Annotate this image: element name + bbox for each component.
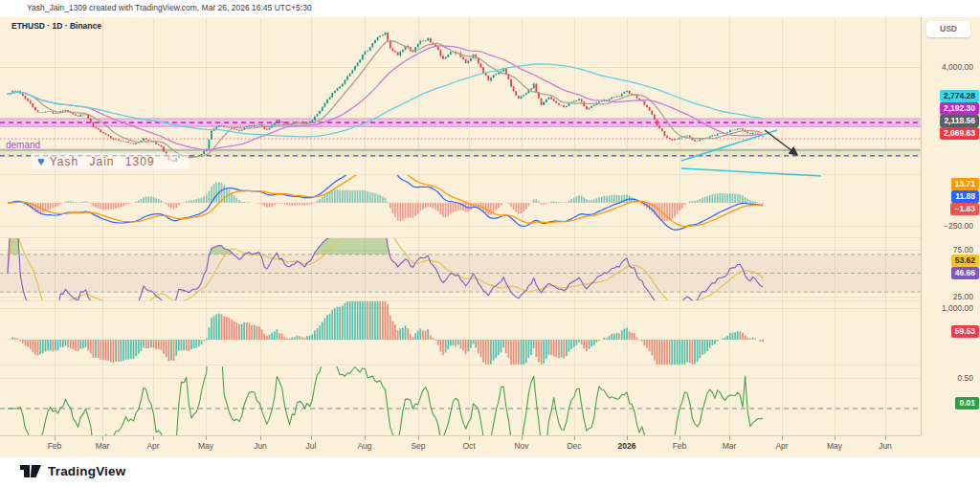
macd-hist-value-badge: −1.83 [950,203,979,215]
time-tick [365,436,366,440]
time-tick [885,436,886,440]
heart-icon: ♥ [37,154,45,168]
time-label: May [198,441,213,451]
time-label: Jun [254,441,267,451]
time-tick [311,436,312,440]
time-label: Apr [146,441,159,451]
macd-line-value-badge: 11.88 [951,190,979,203]
time-tick [153,436,154,440]
footer: TradingView [0,457,980,487]
time-tick [469,436,470,440]
ma-fast-price-badge: 2,118.56 [940,115,979,127]
roc-value-badge: 0.01 [955,397,979,410]
time-tick [782,436,783,440]
time-label: Apr [775,441,788,451]
time-tick [418,436,419,440]
axis-label: 4,000.00 [942,61,973,74]
time-label: May [827,441,842,451]
time-tick [206,436,207,440]
time-label: Mar [96,441,110,451]
time-label: Dec [567,441,581,451]
time-axis[interactable]: FebMarAprMayJunJulAugSepOctNovDec2026Feb… [0,435,921,458]
time-tick [679,436,680,440]
rsi-value-badge: 46.66 [951,267,979,279]
time-tick [260,436,261,440]
ma-mid-price-badge: 2,192.30 [940,102,979,115]
time-tick [729,436,730,440]
time-label: Oct [462,441,475,451]
time-tick [835,436,835,440]
time-tick [522,436,523,440]
time-tick [627,436,628,440]
alert-line-price-badge: 2,069.63 [940,127,979,140]
time-label: Feb [48,441,62,451]
tradingview-logo[interactable]: TradingView [19,461,125,480]
watermark-text: Yash Jain 1309 [50,155,155,168]
axis-label: 1,000.00 [942,302,973,315]
watermark: ♥ Yash Jain 1309 [32,153,189,169]
macd-histogram [7,182,764,221]
momentum-value-badge: 59.53 [951,325,979,338]
price-and-indicator-canvas[interactable] [0,17,921,435]
axis-label: −250.00 [944,220,973,232]
time-tick [55,436,56,440]
ma-slow-price-badge: 2,774.28 [940,90,979,102]
time-tick [102,436,103,440]
time-label: Nov [514,441,528,451]
export-titlebar: Yash_Jain_1309 created with TradingView.… [0,0,980,17]
time-label: Sep [411,441,425,451]
time-label: Jun [879,441,892,451]
time-label: Aug [357,441,371,451]
rsi-ma-value-badge: 53.62 [951,255,979,267]
time-tick [574,436,575,440]
candlesticks [7,32,764,162]
demand-zone-label: demand [6,140,40,150]
tradingview-brand-text: TradingView [48,464,125,478]
macd-signal-value-badge: 13.71 [951,178,979,190]
time-label: Mar [723,441,737,451]
axis-label: 0.50 [957,372,973,385]
price-axis[interactable]: 4,000.00−250.0075.0025.001,000.000.502,7… [921,17,980,435]
time-label: Jul [306,441,317,451]
tradingview-logo-icon [19,461,42,480]
symbol-label: ETHUSD · 1D · Binance [11,21,101,31]
export-title-text: Yash_Jain_1309 created with TradingView.… [27,3,312,12]
time-label: Feb [673,441,687,451]
time-label: 2026 [618,441,636,451]
chart-area[interactable]: ETHUSD · 1D · Binance USD demand ♥ Yash … [0,17,980,457]
